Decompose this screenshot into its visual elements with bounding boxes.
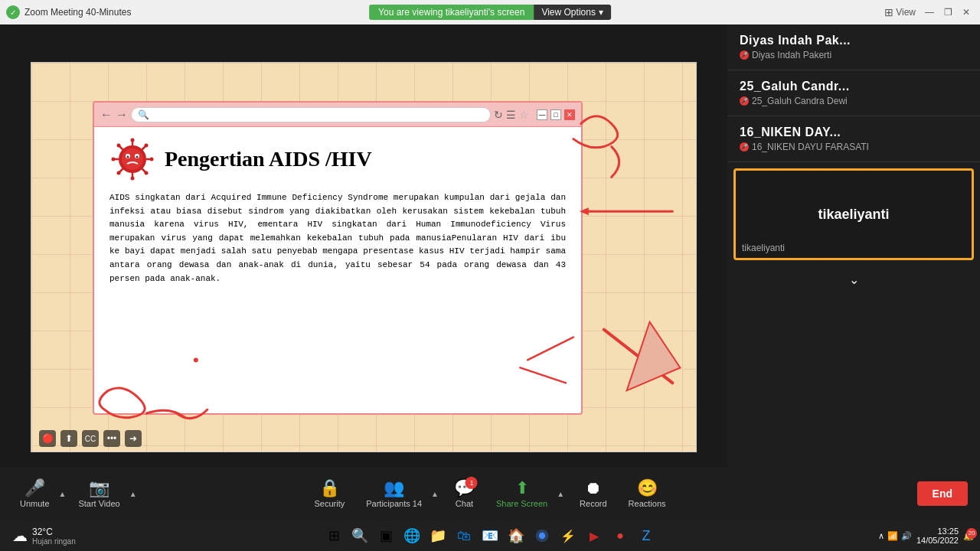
record-dot-icon[interactable]: 🔴: [39, 430, 56, 447]
edge-icon[interactable]: 🌐: [400, 523, 424, 548]
participant-card[interactable]: Diyas Indah Pak... 🎤 Diyas Indah Pakerti: [727, 24, 980, 70]
unmute-caret[interactable]: ▲: [57, 490, 68, 498]
video-caret[interactable]: ▲: [128, 490, 139, 498]
browser-url-bar[interactable]: 🔍: [131, 107, 491, 122]
arrow-icon[interactable]: ➜: [125, 430, 142, 447]
notification-icon[interactable]: 🔔 20: [963, 531, 974, 541]
share-screen-group: ⬆ Share Screen ▲: [488, 475, 566, 513]
mail-icon[interactable]: 📧: [478, 523, 502, 548]
svg-point-11: [112, 158, 116, 161]
record-group: ⏺ Record: [572, 475, 614, 513]
participant-name-sub: 🎤 25_Galuh Candra Dewi: [740, 96, 968, 106]
mute-icon: 🎤: [740, 96, 749, 106]
share-screen-button[interactable]: ⬆ Share Screen: [488, 475, 555, 513]
svg-point-17: [145, 144, 149, 148]
taskview-icon[interactable]: ▣: [374, 523, 398, 548]
store-icon[interactable]: 🛍: [452, 523, 476, 548]
windows-taskbar: ☁ 32°C Hujan ringan ⊞ 🔍 ▣ 🌐 📁 🛍 📧 🏠 ⚡ ▶: [0, 520, 980, 551]
security-button[interactable]: 🔒 Security: [306, 475, 352, 513]
record-button[interactable]: ⏺ Record: [572, 475, 614, 513]
chat-badge-count: 1: [466, 477, 478, 489]
app7-icon[interactable]: ⚡: [556, 523, 580, 548]
participants-caret[interactable]: ▲: [430, 490, 440, 498]
participants-icon: 👥: [384, 478, 404, 497]
screenshare-area: ← → 🔍 ↻ ☰ ☆ — □ ✕: [0, 24, 727, 490]
unmute-group: 🎤 Unmute ▲: [12, 475, 67, 513]
clock[interactable]: 13:25 14/05/2022: [916, 527, 959, 545]
toolbar-right: End: [917, 481, 968, 506]
participant-card[interactable]: 16_NIKEN DAY... 🎤 16_NIKEN DAYU FARASATI: [727, 116, 980, 162]
windows-start-icon[interactable]: ⊞: [322, 523, 346, 548]
browser-bookmark-icon[interactable]: ☆: [519, 109, 529, 121]
weather-desc: Hujan ringan: [32, 537, 76, 546]
reactions-button[interactable]: 😊 Reactions: [621, 475, 674, 513]
maximize-button[interactable]: ❐: [940, 5, 956, 20]
browser-maximize-btn[interactable]: □: [550, 109, 561, 120]
participant-name-large: Diyas Indah Pak...: [740, 34, 968, 47]
start-video-group: 📷 Start Video ▲: [70, 475, 138, 513]
reactions-icon: 😊: [637, 480, 658, 497]
minimize-button[interactable]: —: [922, 5, 937, 20]
participant-name-sub: 🎤 16_NIKEN DAYU FARASATI: [740, 142, 968, 152]
slide-container: ← → 🔍 ↻ ☰ ☆ — □ ✕: [31, 62, 697, 452]
explorer-icon[interactable]: 📁: [426, 523, 450, 548]
participants-button[interactable]: 👥 Participants 14: [358, 475, 430, 513]
start-video-button[interactable]: 📷 Start Video: [70, 475, 127, 513]
sys-tray: ∧ 📶 🔊: [878, 531, 912, 541]
more-options-icon[interactable]: •••: [103, 430, 120, 447]
upload-icon[interactable]: ⬆: [60, 430, 77, 447]
browser-forward-icon[interactable]: →: [116, 108, 128, 122]
captions-icon[interactable]: CC: [82, 430, 99, 447]
zoom-taskbar-icon[interactable]: Z: [634, 523, 658, 548]
browser-menu-icon[interactable]: ☰: [506, 109, 516, 121]
search-taskbar-icon[interactable]: 🔍: [348, 523, 372, 548]
titlebar-left: ✓ Zoom Meeting 40-Minutes: [6, 5, 131, 19]
toolbar-left: 🎤 Unmute ▲ 📷 Start Video ▲: [12, 475, 139, 513]
view-options-button[interactable]: View Options ▾: [534, 5, 610, 20]
active-speaker-name: tikaeliyanti: [818, 207, 889, 223]
participant-name-large: 25_Galuh Candr...: [740, 80, 968, 93]
participants-badge: 👥: [384, 480, 404, 497]
unmute-button[interactable]: 🎤 Unmute: [12, 475, 57, 513]
svg-point-4: [127, 156, 129, 158]
chat-button[interactable]: 💬 1 Chat: [446, 475, 482, 513]
sidebar: Diyas Indah Pak... 🎤 Diyas Indah Pakerti…: [727, 24, 980, 490]
chevron-up-icon[interactable]: ∧: [878, 531, 884, 541]
slide-heading: Pengertian AIDS /HIV: [165, 147, 372, 171]
slide-body-text: AIDS singkatan dari Acquired Immune Defi…: [109, 191, 566, 285]
microphone-muted-icon: 🎤: [24, 480, 45, 497]
weather-info: 32°C Hujan ringan: [32, 527, 76, 546]
chrome-icon[interactable]: [530, 523, 554, 548]
end-button[interactable]: End: [917, 481, 968, 506]
zoom-shield-icon: ✓: [6, 5, 20, 19]
browser-refresh-icon[interactable]: ↻: [494, 109, 503, 121]
participants-group: 👥 Participants 14 ▲: [358, 475, 440, 513]
video-off-icon: 📷: [89, 480, 109, 497]
share-screen-caret[interactable]: ▲: [555, 490, 566, 498]
participant-card[interactable]: 25_Galuh Candr... 🎤 25_Galuh Candra Dewi: [727, 70, 980, 116]
app9-icon[interactable]: ●: [608, 523, 632, 548]
taskbar-left: ☁ 32°C Hujan ringan: [6, 527, 82, 546]
time-display: 13:25: [937, 527, 959, 536]
close-button[interactable]: ✕: [959, 5, 974, 20]
app8-icon[interactable]: ▶: [582, 523, 606, 548]
chevron-down-icon[interactable]: ⌄: [727, 266, 980, 293]
browser-nav: ← → 🔍 ↻ ☰ ☆: [100, 107, 529, 122]
browser-back-icon[interactable]: ←: [100, 108, 113, 122]
browser-close-btn[interactable]: ✕: [564, 109, 575, 120]
active-speaker-card[interactable]: tikaeliyanti tikaeliyanti: [733, 168, 974, 260]
participants-label: Participants 14: [366, 499, 422, 508]
chat-label: Chat: [456, 499, 473, 508]
network-icon[interactable]: 📶: [887, 531, 898, 541]
reactions-label: Reactions: [629, 499, 666, 508]
virus-icon: [109, 136, 155, 182]
search-icon: 🔍: [138, 109, 149, 120]
titlebar-right: ⊞ View — ❐ ✕: [884, 5, 974, 20]
weather-widget[interactable]: ☁ 32°C Hujan ringan: [6, 527, 82, 546]
browser-minimize-btn[interactable]: —: [537, 109, 547, 120]
volume-icon[interactable]: 🔊: [901, 531, 912, 541]
chat-badge-container: 💬 1: [454, 480, 475, 497]
svg-point-13: [150, 158, 154, 161]
app6-icon[interactable]: 🏠: [504, 523, 528, 548]
toolbar-center: 🔒 Security 👥 Participants 14 ▲ 💬 1 Chat: [306, 475, 673, 513]
